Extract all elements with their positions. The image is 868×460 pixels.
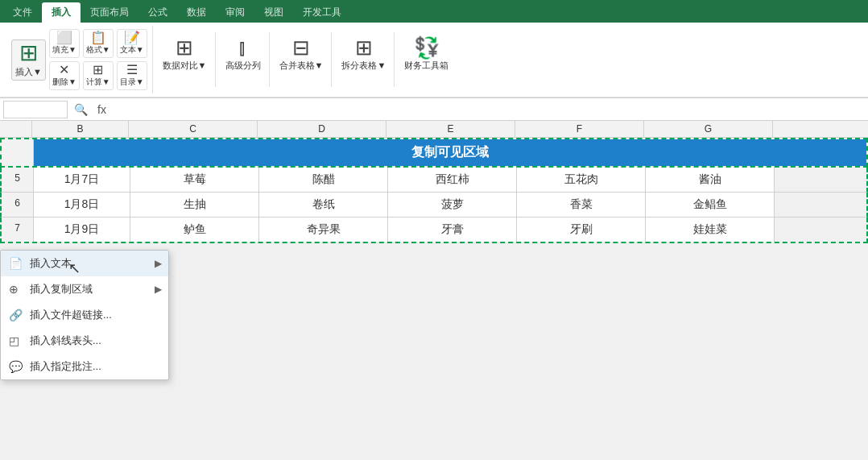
row-num-6: 6 (2, 193, 34, 217)
split-table-button[interactable]: ⊞ 拆分表格▼ (338, 35, 389, 73)
tab-view[interactable]: 视图 (254, 2, 293, 23)
delete-icon: ✕ (59, 64, 69, 77)
table-row: 7 1月9日 鲈鱼 奇异果 牙膏 牙刷 娃娃菜 (0, 218, 868, 243)
format-icon: 📋 (90, 31, 106, 44)
advanced-split-icon: ⫿ (238, 37, 248, 58)
tab-insert[interactable]: 插入 (42, 2, 81, 23)
cell-d5[interactable]: 陈醋 (259, 168, 388, 192)
insert-copy-icon: ⊕ (9, 283, 19, 296)
delete-button[interactable]: ✕ 删除▼ (49, 61, 80, 90)
ribbon: 文件 插入 页面布局 公式 数据 审阅 视图 开发工具 (0, 0, 868, 98)
row-num-7: 7 (2, 218, 34, 242)
name-box[interactable] (3, 101, 68, 118)
menu-item-insert-copy-area[interactable]: ⊕ 插入复制区域 ▶ (1, 276, 168, 302)
app: 文件 插入 页面布局 公式 数据 审阅 视图 开发工具 (0, 0, 868, 460)
main-area: B C D E F G 复制可见区域 5 1月7日 草莓 陈醋 西红柿 五花肉 … (0, 121, 868, 460)
dropdown-menu: 📄 插入文本 ▶ ⊕ 插入复制区域 ▶ 🔗 插入文件超链接... ◰ 插入斜线表… (0, 250, 169, 380)
ribbon-group-data-compare: ⊞ 数据对比▼ (155, 32, 216, 87)
cell-c6[interactable]: 生抽 (130, 193, 259, 217)
tab-file[interactable]: 文件 (3, 2, 42, 23)
tab-developer[interactable]: 开发工具 (293, 2, 351, 23)
format-button[interactable]: 📋 格式▼ (83, 29, 114, 58)
ribbon-group-merge-table: ⊟ 合并表格▼ (271, 32, 333, 87)
cell-f6[interactable]: 香菜 (517, 193, 646, 217)
tab-formula[interactable]: 公式 (138, 2, 177, 23)
insert-comment-icon: 💬 (9, 360, 23, 373)
calc-button[interactable]: ⊞ 计算▼ (83, 61, 114, 90)
insert-button[interactable]: ⊞ 插入▼ (11, 39, 46, 81)
merged-header-cell: 复制可见区域 (34, 139, 866, 166)
fx-label: fx (94, 103, 110, 116)
cell-e7[interactable]: 牙膏 (388, 218, 517, 242)
ribbon-content: ⊞ 插入▼ ⬜ 填充▼ ✕ 删除▼ (0, 23, 868, 97)
search-icon: 🔍 (71, 103, 91, 116)
cell-c7[interactable]: 鲈鱼 (130, 218, 259, 242)
toc-icon: ☰ (126, 64, 138, 77)
tab-review[interactable]: 审阅 (216, 2, 254, 23)
col-header-e[interactable]: E (386, 121, 515, 137)
row-num-5: 5 (2, 168, 34, 192)
cell-f5[interactable]: 五花肉 (517, 168, 646, 192)
ribbon-group-advanced-split: ⫿ 高级分列 (217, 32, 270, 87)
col-header-b[interactable]: B (32, 121, 129, 137)
cell-e6[interactable]: 菠萝 (388, 193, 517, 217)
submenu-arrow-copy-icon: ▶ (155, 284, 162, 295)
fill-button[interactable]: ⬜ 填充▼ (49, 29, 80, 58)
ribbon-group-insert: ⊞ 插入▼ ⬜ 填充▼ ✕ 删除▼ (6, 26, 153, 93)
insert-icon: ⊞ (19, 42, 38, 64)
col-header-c[interactable]: C (129, 121, 258, 137)
data-compare-icon: ⊞ (176, 37, 193, 58)
cell-g7[interactable]: 娃娃菜 (646, 218, 775, 242)
col-header-d[interactable]: D (258, 121, 386, 137)
menu-item-insert-comment[interactable]: 💬 插入指定批注... (1, 354, 168, 379)
table-row: 复制可见区域 (0, 138, 868, 168)
finance-button[interactable]: 💱 财务工具箱 (401, 35, 452, 73)
toc-button[interactable]: ☰ 目录▼ (117, 61, 147, 90)
tab-data[interactable]: 数据 (177, 2, 216, 23)
ribbon-group-split-table: ⊞ 拆分表格▼ (333, 32, 395, 87)
cell-e5[interactable]: 西红柿 (388, 168, 517, 192)
fill-icon: ⬜ (56, 31, 72, 44)
finance-icon: 💱 (414, 37, 440, 58)
menu-item-insert-diagonal[interactable]: ◰ 插入斜线表头... (1, 328, 168, 354)
advanced-split-button[interactable]: ⫿ 高级分列 (222, 35, 264, 73)
ribbon-group-finance: 💱 财务工具箱 (396, 32, 457, 87)
cell-c5[interactable]: 草莓 (130, 168, 259, 192)
cell-b7[interactable]: 1月9日 (34, 218, 130, 242)
cell-g6[interactable]: 金鲳鱼 (646, 193, 775, 217)
ribbon-tab-bar: 文件 插入 页面布局 公式 数据 审阅 视图 开发工具 (0, 0, 868, 23)
menu-item-insert-file-link[interactable]: 🔗 插入文件超链接... (1, 302, 168, 328)
insert-file-link-icon: 🔗 (9, 309, 23, 321)
col-header-g[interactable]: G (644, 121, 773, 137)
insert-text-icon: 📄 (9, 257, 23, 270)
table-row: 5 1月7日 草莓 陈醋 西红柿 五花肉 酱油 (0, 168, 868, 193)
insert-diagonal-icon: ◰ (9, 334, 19, 347)
data-compare-button[interactable]: ⊞ 数据对比▼ (159, 35, 210, 73)
col-header-f[interactable]: F (515, 121, 644, 137)
cell-b6[interactable]: 1月8日 (34, 193, 130, 217)
cell-d6[interactable]: 卷纸 (259, 193, 388, 217)
menu-item-insert-text[interactable]: 📄 插入文本 ▶ (1, 251, 168, 276)
col-headers: B C D E F G (0, 121, 868, 138)
tab-page-layout[interactable]: 页面布局 (81, 2, 138, 23)
text-icon: 📝 (124, 31, 140, 44)
text-button[interactable]: 📝 文本▼ (117, 29, 147, 58)
table-row: 6 1月8日 生抽 卷纸 菠萝 香菜 金鲳鱼 (0, 193, 868, 218)
cell-g5[interactable]: 酱油 (646, 168, 775, 192)
row-num-header (0, 121, 32, 137)
cell-b5[interactable]: 1月7日 (34, 168, 130, 192)
cell-f7[interactable]: 牙刷 (517, 218, 646, 242)
merge-table-icon: ⊟ (292, 37, 310, 58)
row-num (2, 139, 34, 166)
submenu-arrow-icon: ▶ (155, 258, 162, 269)
calc-icon: ⊞ (93, 64, 103, 77)
cell-d7[interactable]: 奇异果 (259, 218, 388, 242)
split-table-icon: ⊞ (355, 37, 373, 58)
formula-bar: 🔍 fx (0, 98, 868, 121)
merge-table-button[interactable]: ⊟ 合并表格▼ (276, 35, 327, 73)
formula-input[interactable] (113, 101, 865, 118)
